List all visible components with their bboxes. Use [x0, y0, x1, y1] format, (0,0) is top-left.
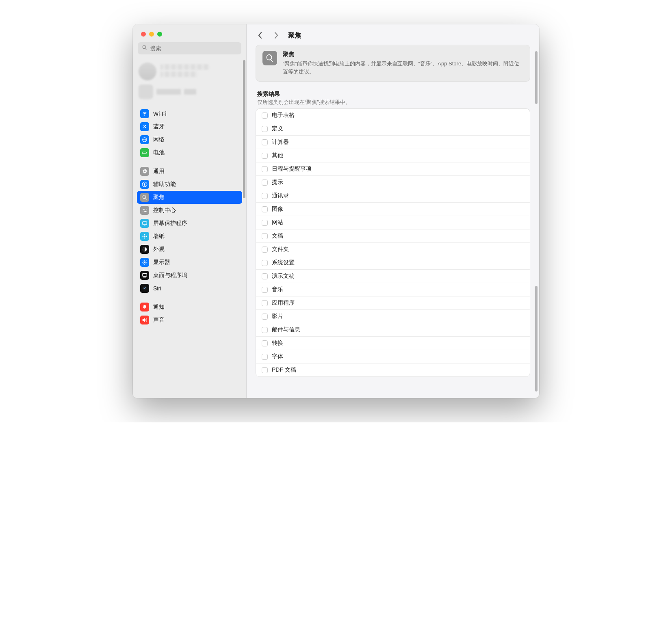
content-scroll-thumb-top[interactable]	[535, 51, 538, 104]
result-checkbox[interactable]	[262, 166, 268, 172]
result-label: 转换	[272, 340, 283, 347]
sidebar-item-sound[interactable]: 声音	[137, 314, 242, 327]
result-row[interactable]: 图像	[256, 203, 530, 216]
result-label: 电子表格	[272, 112, 295, 119]
result-checkbox[interactable]	[262, 193, 268, 199]
result-row[interactable]: 邮件与信息	[256, 323, 530, 337]
result-row[interactable]: 演示文稿	[256, 270, 530, 283]
account-name-blurred	[160, 64, 209, 70]
sidebar-scroll-thumb[interactable]	[243, 60, 245, 198]
result-checkbox[interactable]	[262, 233, 268, 239]
content-scroll-thumb-bottom[interactable]	[535, 286, 538, 392]
sidebar-item-label: Siri	[153, 285, 161, 292]
sidebar-item-label: 通知	[153, 303, 165, 311]
result-row[interactable]: 其他	[256, 149, 530, 162]
sidebar-nav: Wi-Fi蓝牙网络电池通用辅助功能聚焦控制中心屏幕保护程序墙纸外观显示器桌面与程…	[137, 107, 242, 327]
result-row[interactable]: 通讯录	[256, 189, 530, 203]
sidebar-item-label: 蓝牙	[153, 123, 165, 130]
result-row[interactable]: 影片	[256, 310, 530, 323]
result-row[interactable]: 文稿	[256, 229, 530, 243]
result-checkbox[interactable]	[262, 139, 268, 145]
result-checkbox[interactable]	[262, 153, 268, 159]
sidebar-item-wifi[interactable]: Wi-Fi	[137, 107, 242, 120]
result-row[interactable]: 电子表格	[256, 109, 530, 122]
forward-button[interactable]	[272, 31, 281, 40]
sidebar-item-dock[interactable]: 桌面与程序坞	[137, 269, 242, 282]
result-row[interactable]: 转换	[256, 337, 530, 350]
sidebar-item-label: Wi-Fi	[153, 110, 167, 117]
sidebar-item-battery[interactable]: 电池	[137, 146, 242, 159]
svg-rect-10	[143, 273, 147, 276]
result-checkbox[interactable]	[262, 126, 268, 132]
result-row[interactable]: 计算器	[256, 136, 530, 149]
result-checkbox[interactable]	[262, 273, 268, 279]
sidebar-item-siri[interactable]: Siri	[137, 282, 242, 295]
result-checkbox[interactable]	[262, 287, 268, 293]
minimize-button[interactable]	[149, 32, 154, 37]
sidebar-item-label: 桌面与程序坞	[153, 272, 187, 279]
result-row[interactable]: 网站	[256, 216, 530, 229]
sidebar-item-appearance[interactable]: 外观	[137, 243, 242, 256]
sidebar-item-accessibility[interactable]: 辅助功能	[137, 178, 242, 191]
result-row[interactable]: 日程与提醒事项	[256, 162, 530, 176]
result-label: 邮件与信息	[272, 326, 300, 333]
result-checkbox[interactable]	[262, 247, 268, 253]
result-checkbox[interactable]	[262, 367, 268, 373]
sidebar-item-general[interactable]: 通用	[137, 165, 242, 178]
sidebar-item-label: 外观	[153, 246, 165, 253]
result-checkbox[interactable]	[262, 112, 268, 119]
sidebar-scrollbar[interactable]	[242, 60, 246, 398]
svg-point-9	[144, 262, 146, 264]
result-row[interactable]: PDF 文稿	[256, 363, 530, 376]
result-checkbox[interactable]	[262, 340, 268, 346]
svg-point-5	[144, 238, 145, 239]
sidebar-item-control-center[interactable]: 控制中心	[137, 204, 242, 217]
result-row[interactable]: 文件夹	[256, 243, 530, 256]
search-input[interactable]	[150, 45, 237, 52]
window-controls	[133, 24, 246, 42]
result-label: 影片	[272, 313, 283, 320]
sidebar-item-notifications[interactable]: 通知	[137, 301, 242, 314]
result-row[interactable]: 提示	[256, 176, 530, 189]
section-title: 搜索结果	[257, 91, 529, 98]
svg-point-7	[146, 236, 147, 237]
sidebar-item-wallpaper[interactable]: 墙纸	[137, 230, 242, 243]
result-row[interactable]: 字体	[256, 350, 530, 363]
sidebar-item-spotlight[interactable]: 聚焦	[137, 191, 242, 204]
result-checkbox[interactable]	[262, 180, 268, 186]
sidebar-item-network[interactable]: 网络	[137, 133, 242, 146]
result-row[interactable]: 定义	[256, 122, 530, 136]
bell-icon	[140, 303, 149, 312]
back-button[interactable]	[256, 31, 264, 40]
sidebar-item-label: 辅助功能	[153, 181, 176, 188]
result-label: 计算器	[272, 138, 289, 146]
sidebar-item-displays[interactable]: 显示器	[137, 256, 242, 269]
result-label: 文件夹	[272, 246, 289, 253]
close-button[interactable]	[141, 32, 146, 37]
result-row[interactable]: 系统设置	[256, 256, 530, 270]
account-sub-blurred	[160, 71, 197, 77]
svg-point-3	[144, 236, 145, 237]
result-checkbox[interactable]	[262, 354, 268, 360]
account-secondary-row[interactable]	[137, 83, 242, 105]
result-checkbox[interactable]	[262, 300, 268, 306]
result-checkbox[interactable]	[262, 220, 268, 226]
zoom-button[interactable]	[157, 32, 162, 37]
account-text-blurred-2	[184, 89, 196, 95]
result-checkbox[interactable]	[262, 327, 268, 333]
screensaver-icon	[140, 219, 149, 228]
result-checkbox[interactable]	[262, 260, 268, 266]
svg-point-4	[144, 234, 145, 235]
account-row[interactable]	[137, 60, 242, 83]
sidebar-item-bluetooth[interactable]: 蓝牙	[137, 120, 242, 133]
sidebar-item-label: 通用	[153, 168, 165, 175]
svg-point-6	[142, 236, 143, 237]
result-row[interactable]: 音乐	[256, 283, 530, 296]
search-field[interactable]	[138, 42, 241, 54]
result-checkbox[interactable]	[262, 314, 268, 320]
page-title: 聚焦	[288, 31, 301, 40]
result-label: 应用程序	[272, 299, 295, 307]
sidebar-item-screensaver[interactable]: 屏幕保护程序	[137, 217, 242, 230]
result-row[interactable]: 应用程序	[256, 296, 530, 310]
result-checkbox[interactable]	[262, 206, 268, 212]
